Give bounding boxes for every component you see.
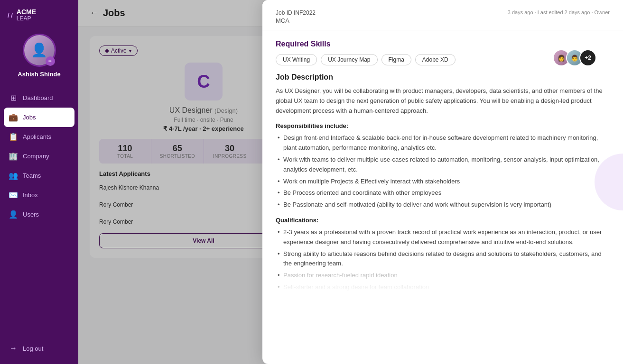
user-profile-section: 👤 ✏ Ashish Shinde [0, 29, 78, 86]
sidebar-item-dashboard[interactable]: ⊞ Dashboard [0, 88, 78, 108]
required-skills-section: Required Skills UX Writing UX Journey Ma… [276, 40, 610, 65]
app-name: ACME [17, 9, 36, 16]
responsibility-4: Be Process oriented and coordinate with … [276, 188, 610, 198]
main-content: ← Jobs 🔍 🔔 Active ▾ C UX Designer (Desi [78, 0, 623, 364]
logout-button[interactable]: → Log out [0, 337, 78, 359]
company-icon: 🏢 [9, 152, 18, 161]
skill-adobe-xd: Adobe XD [415, 54, 456, 65]
sidebar-item-label: Users [23, 211, 39, 218]
logo-icon: / / [8, 12, 13, 19]
avatar-edit-button[interactable]: ✏ [46, 56, 55, 66]
sidebar-item-applicants[interactable]: 📋 Applicants [0, 127, 78, 146]
modal-overlay: Job ID INF2022 3 days ago · Last edited … [78, 0, 623, 364]
responsibility-3: Work on multiple Projects & Effectively … [276, 177, 610, 187]
sidebar-item-label: Dashboard [23, 94, 53, 101]
qualifications-title: Qualifications: [276, 217, 610, 224]
qualification-1: 2-3 years as a professional with a prove… [276, 228, 610, 247]
applicants-icon: 📋 [9, 132, 18, 141]
responsibility-2: Work with teams to deliver multiple use-… [276, 155, 610, 175]
jobs-icon: 💼 [9, 113, 18, 122]
modal-job-id: Job ID INF2022 [276, 9, 316, 16]
skill-figma: Figma [381, 54, 411, 65]
sidebar-item-label: Inbox [23, 191, 38, 199]
logo-text-block: ACME LEAP [17, 9, 36, 22]
sidebar-item-label: Teams [23, 172, 41, 179]
qualification-2: Strong ability to articulate reasons beh… [276, 249, 610, 269]
sidebar-item-label: Jobs [23, 114, 36, 121]
modal-panel: Job ID INF2022 3 days ago · Last edited … [262, 0, 623, 364]
sidebar-item-jobs[interactable]: 💼 Jobs [4, 108, 74, 127]
sidebar-username: Ashish Shinde [18, 71, 60, 78]
modal-body: Required Skills UX Writing UX Journey Ma… [262, 30, 623, 309]
sidebar-item-label: Applicants [23, 133, 51, 140]
qualification-4: Self-starter and a strong desire for tea… [276, 282, 610, 292]
avatar-count: +2 [579, 49, 596, 66]
avatar-wrap: 👤 ✏ [23, 34, 56, 67]
skill-ux-writing: UX Writing [276, 54, 317, 65]
job-desc-text: As UX Designer, you will be collaboratin… [276, 86, 610, 116]
required-skills-title: Required Skills [276, 40, 610, 48]
modal-header-top: Job ID INF2022 3 days ago · Last edited … [276, 9, 610, 16]
logo-slash-1: / / [8, 12, 13, 19]
app-tagline: LEAP [17, 16, 36, 22]
logout-icon: → [9, 344, 18, 353]
sidebar-item-inbox[interactable]: ✉️ Inbox [0, 185, 78, 205]
teams-icon: 👥 [9, 171, 18, 180]
inbox-icon: ✉️ [9, 191, 18, 200]
qualifications-section: 2-3 years as a professional with a prove… [276, 228, 610, 292]
qualifications-list: 2-3 years as a professional with a prove… [276, 228, 610, 292]
job-desc-title: Job Description [276, 73, 610, 82]
avatar-stack: 👩 👨 +2 [553, 49, 596, 66]
responsibility-5: Be Passionate and self-motivated (abilit… [276, 200, 610, 210]
logout-label: Log out [23, 345, 43, 352]
sidebar-item-teams[interactable]: 👥 Teams [0, 166, 78, 185]
responsibilities-list: Design front-end Interface & scalable ba… [276, 133, 610, 210]
modal-header: Job ID INF2022 3 days ago · Last edited … [262, 0, 623, 30]
skill-ux-journey-map: UX Journey Map [321, 54, 377, 65]
responsibilities-title: Responsibilities include: [276, 122, 610, 129]
sidebar-item-company[interactable]: 🏢 Company [0, 146, 78, 166]
sidebar-logo: / / ACME LEAP [0, 0, 78, 29]
sidebar-item-label: Company [23, 153, 49, 160]
sidebar-nav: ⊞ Dashboard 💼 Jobs 📋 Applicants 🏢 Compan… [0, 86, 78, 337]
modal-degree: MCA [276, 17, 610, 24]
users-icon: 👤 [9, 210, 18, 219]
responsibility-1: Design front-end Interface & scalable ba… [276, 133, 610, 153]
dashboard-icon: ⊞ [9, 93, 18, 102]
modal-meta: 3 days ago · Last edited 2 days ago · Ow… [508, 9, 610, 15]
sidebar-item-users[interactable]: 👤 Users [0, 205, 78, 224]
sidebar: / / ACME LEAP 👤 ✏ Ashish Shinde ⊞ Dashbo… [0, 0, 78, 364]
qualification-3: Passion for research-fueled rapid ideati… [276, 271, 610, 281]
